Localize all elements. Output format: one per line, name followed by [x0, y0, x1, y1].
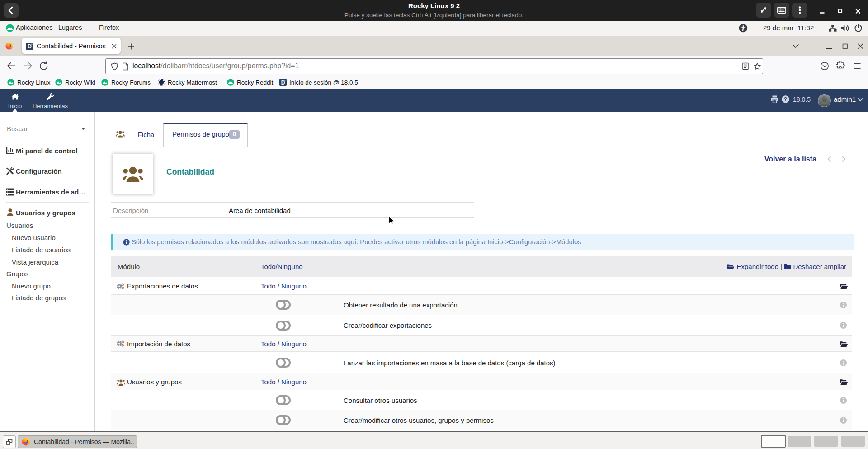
svg-text:?: ? [784, 96, 787, 103]
